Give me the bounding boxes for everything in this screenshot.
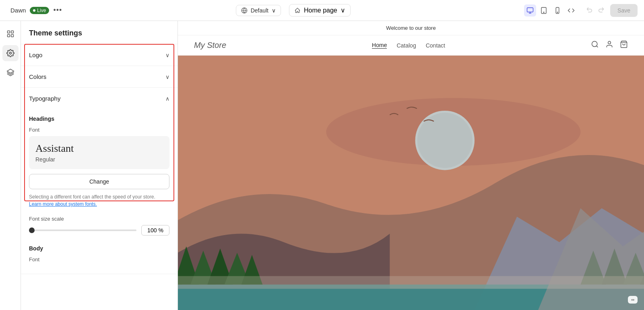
font-style: Regular (35, 156, 163, 163)
home-icon (294, 7, 301, 14)
topbar-right: Save (524, 4, 638, 17)
live-label: Live (37, 8, 46, 13)
svg-point-10 (9, 52, 11, 54)
svg-point-3 (543, 12, 544, 12)
colors-section-title: Colors (29, 73, 46, 80)
code-icon-btn[interactable] (565, 4, 577, 17)
svg-rect-9 (11, 35, 13, 37)
redo-button[interactable] (596, 4, 606, 17)
undo-button[interactable] (584, 4, 595, 17)
store-logo: My Store (194, 41, 226, 50)
hero-image: ⇔ (178, 56, 644, 310)
learn-more-link[interactable]: Learn more about system fonts. (29, 201, 97, 207)
colors-section-header[interactable]: Colors ∨ (21, 66, 178, 87)
svg-rect-1 (527, 8, 533, 12)
view-icons (524, 4, 577, 17)
change-font-button[interactable]: Change (29, 174, 169, 189)
typography-section-header[interactable]: Typography ∧ (21, 88, 178, 109)
preview-area: Welcome to our store My Store Home Catal… (178, 21, 644, 310)
font-scale-input: 100 % (141, 225, 169, 236)
default-selector[interactable]: Default ∨ (236, 5, 281, 16)
left-panel: Theme settings Logo ∨ Colors ∨ (21, 21, 178, 310)
font-label: Font (29, 127, 169, 133)
body-font-label: Font (29, 256, 169, 262)
body-title: Body (29, 245, 169, 252)
panel-header: Theme settings (21, 21, 178, 44)
live-badge: Live (30, 7, 49, 14)
svg-point-5 (557, 12, 558, 12)
sidebar-settings-btn[interactable] (2, 45, 19, 61)
undo-redo (584, 4, 606, 17)
topbar-center: Default ∨ Home page ∨ (236, 4, 351, 17)
topbar: Dawn Live ••• Default ∨ Home page ∨ (0, 0, 644, 21)
store-nav-icons (591, 40, 628, 50)
headings-title: Headings (29, 116, 169, 122)
svg-point-17 (417, 113, 473, 168)
svg-rect-7 (11, 31, 13, 33)
font-scale-unit: % (158, 227, 163, 234)
logo-chevron: ∨ (165, 52, 169, 58)
nav-contact[interactable]: Contact (426, 42, 445, 49)
topbar-left: Dawn Live ••• (6, 6, 62, 14)
expand-icon[interactable]: ⇔ (631, 298, 634, 302)
store-nav-links: Home Catalog Contact (372, 42, 445, 49)
logo-section-title: Logo (29, 52, 42, 58)
store-preview: Welcome to our store My Store Home Catal… (178, 21, 644, 310)
font-scale-value[interactable]: 100 (147, 227, 157, 234)
font-scale-section: Font size scale 100 % (29, 216, 169, 236)
svg-rect-6 (7, 31, 10, 33)
scale-slider-thumb[interactable] (29, 227, 35, 233)
panel-title: Theme settings (29, 29, 82, 37)
nav-home[interactable]: Home (372, 42, 387, 49)
app-name: Dawn (10, 7, 26, 14)
colors-section: Colors ∨ (21, 66, 178, 88)
logo-section-header[interactable]: Logo ∨ (21, 44, 178, 66)
font-name: Assistant (35, 143, 163, 155)
globe-icon (241, 7, 248, 14)
typography-chevron: ∧ (165, 95, 169, 102)
svg-rect-24 (178, 276, 644, 289)
sidebar-icons (0, 21, 21, 310)
font-scale-label: Font size scale (29, 216, 169, 222)
mobile-icon-btn[interactable] (551, 4, 564, 17)
sidebar-blocks-btn[interactable] (2, 64, 19, 81)
default-label: Default (251, 7, 268, 14)
bottom-bar: ⇔ (628, 296, 638, 304)
typography-section: Typography ∧ Headings Font Assistant Reg… (21, 88, 178, 274)
sidebar-theme-btn[interactable] (2, 26, 19, 42)
save-button[interactable]: Save (610, 4, 638, 17)
cart-icon[interactable] (620, 40, 628, 50)
desktop-icon-btn[interactable] (524, 4, 536, 17)
tablet-icon-btn[interactable] (538, 4, 550, 17)
more-button[interactable]: ••• (53, 6, 62, 14)
account-icon[interactable] (605, 40, 613, 50)
font-scale-row: 100 % (29, 225, 169, 236)
page-chevron: ∨ (341, 6, 345, 14)
body-section: Body Font (29, 245, 169, 262)
svg-point-11 (592, 41, 597, 47)
svg-rect-8 (7, 35, 10, 37)
logo-section: Logo ∨ (21, 44, 178, 66)
store-nav: My Store Home Catalog Contact (178, 35, 644, 56)
main-layout: Theme settings Logo ∨ Colors ∨ (0, 21, 644, 310)
live-dot (33, 9, 35, 12)
homepage-label: Home page (304, 7, 337, 14)
font-hint: Selecting a different font can affect th… (29, 193, 169, 208)
hero-illustration (178, 56, 644, 310)
colors-chevron: ∨ (165, 74, 169, 80)
font-preview-box: Assistant Regular (29, 136, 169, 169)
nav-catalog[interactable]: Catalog (396, 42, 416, 49)
typography-section-title: Typography (29, 95, 60, 102)
announcement-bar: Welcome to our store (178, 21, 644, 35)
search-icon[interactable] (591, 40, 599, 50)
font-scale-slider[interactable] (29, 229, 136, 231)
typography-content: Headings Font Assistant Regular Change S… (21, 109, 178, 274)
svg-point-12 (608, 41, 611, 44)
page-selector[interactable]: Home page ∨ (289, 4, 351, 17)
default-chevron: ∨ (272, 7, 276, 14)
